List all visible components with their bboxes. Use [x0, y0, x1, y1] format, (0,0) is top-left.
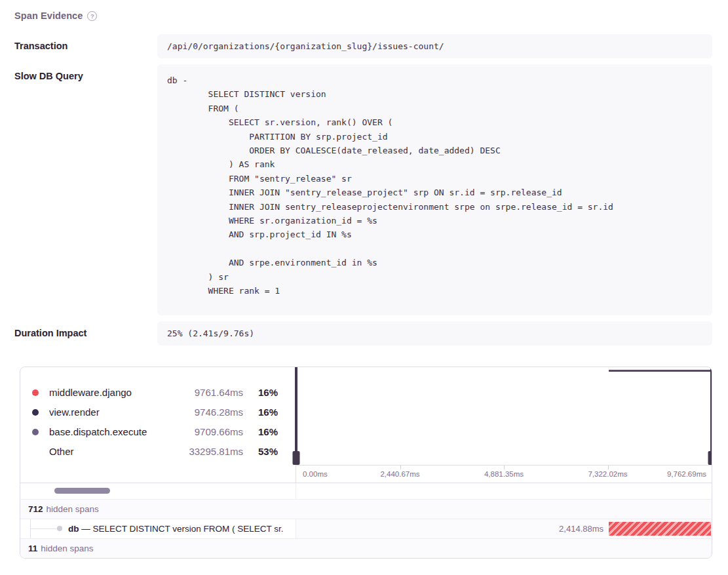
minimap-left-grip[interactable] [293, 451, 300, 465]
trace-minimap[interactable] [296, 367, 712, 465]
transaction-row: Transaction /api/0/organizations/{organi… [14, 34, 712, 58]
span-duration: 2,414.88ms [559, 524, 603, 534]
scrollbar-row [20, 483, 712, 499]
axis-tick [608, 466, 609, 469]
legend-percent: 53% [243, 446, 278, 457]
axis-label: 2,440.67ms [380, 470, 419, 478]
span-description: db — SELECT DISTINCT version FROM ( SELE… [68, 524, 284, 534]
panel-top: middleware.django 9761.64ms 16% view.ren… [20, 367, 712, 483]
axis-label: 0.00ms [303, 470, 328, 478]
span-op: db [68, 524, 79, 534]
help-icon[interactable]: ? [87, 11, 97, 21]
minimap-right-grip[interactable] [708, 451, 713, 465]
base-dispatch-dot-icon [32, 429, 39, 435]
axis-tick [400, 466, 401, 469]
legend-column: middleware.django 9761.64ms 16% view.ren… [20, 367, 296, 483]
scrollbar-row-right [296, 483, 712, 499]
span-row-description-cell: db — SELECT DISTINCT version FROM ( SELE… [20, 519, 296, 538]
legend-duration: 9746.28ms [195, 406, 243, 418]
legend-name: base.dispatch.execute [49, 426, 195, 437]
view-render-dot-icon [32, 409, 39, 416]
axis-tick [504, 466, 505, 469]
ops-legend: middleware.django 9761.64ms 16% view.ren… [20, 367, 296, 462]
minimap-span-line [609, 370, 712, 372]
axis-label: 9,762.69ms [667, 470, 706, 478]
transaction-value: /api/0/organizations/{organization_slug}… [157, 34, 712, 58]
time-axis: 0.00ms 2,440.67ms 4,881.35ms 7,322.02ms … [296, 465, 712, 483]
legend-duration: 9761.64ms [195, 387, 243, 398]
horizontal-scrollbar-thumb[interactable] [54, 488, 110, 494]
axis-label: 4,881.35ms [484, 470, 524, 478]
minimap-left-handle[interactable] [295, 367, 297, 465]
transaction-label: Transaction [14, 34, 157, 58]
legend-name: middleware.django [49, 387, 195, 398]
legend-duration: 33295.81ms [189, 446, 243, 457]
page-title: Span Evidence [14, 10, 83, 21]
span-row-db[interactable]: db — SELECT DISTINCT version FROM ( SELE… [20, 519, 712, 538]
slow-db-query-row: Slow DB Query db - SELECT DISTINCT versi… [14, 64, 712, 315]
legend-duration: 9709.66ms [195, 426, 243, 437]
hidden-spans-label: hidden spans [41, 544, 93, 553]
slow-db-query-value: db - SELECT DISTINCT version FROM ( SELE… [157, 64, 712, 315]
middleware-django-dot-icon [32, 389, 39, 396]
slow-db-query-label: Slow DB Query [14, 64, 157, 315]
axis-label: 7,322.02ms [588, 470, 627, 478]
span-row-duration-cell: 2,414.88ms [296, 519, 712, 538]
legend-row-view-render: view.render 9746.28ms 16% [32, 403, 278, 422]
legend-name: view.render [49, 406, 195, 418]
minimap-right-handle[interactable] [710, 367, 712, 465]
span-tree-panel: middleware.django 9761.64ms 16% view.ren… [20, 367, 712, 559]
legend-row-base-dispatch: base.dispatch.execute 9709.66ms 16% [32, 422, 278, 442]
hidden-spans-count: 712 [28, 504, 43, 514]
span-duration-bar [609, 522, 711, 536]
tree-node-dot-icon [57, 526, 62, 531]
sql-code-block: db - SELECT DISTINCT version FROM ( SELE… [167, 73, 702, 298]
hidden-spans-count: 11 [28, 544, 37, 553]
duration-impact-label: Duration Impact [14, 321, 157, 346]
legend-name: Other [49, 446, 189, 457]
section-header: Span Evidence ? [14, 10, 712, 21]
span-desc: — SELECT DISTINCT version FROM ( SELECT … [81, 524, 283, 534]
minimap-column: 0.00ms 2,440.67ms 4,881.35ms 7,322.02ms … [296, 367, 712, 483]
legend-row-other: Other 33295.81ms 53% [32, 442, 278, 462]
hidden-spans-label: hidden spans [47, 504, 99, 514]
hidden-spans-row-top: 712 hidden spans [20, 499, 712, 519]
legend-percent: 16% [243, 426, 278, 437]
duration-impact-value: 25% (2.41s/9.76s) [157, 321, 712, 346]
hidden-spans-row-bottom: 11 hidden spans [20, 538, 712, 558]
legend-percent: 16% [243, 387, 278, 398]
scrollbar-track [20, 483, 296, 499]
tree-connector-line [30, 528, 58, 529]
legend-row-middleware: middleware.django 9761.64ms 16% [32, 383, 278, 403]
duration-impact-row: Duration Impact 25% (2.41s/9.76s) [14, 321, 712, 346]
legend-percent: 16% [243, 406, 278, 418]
